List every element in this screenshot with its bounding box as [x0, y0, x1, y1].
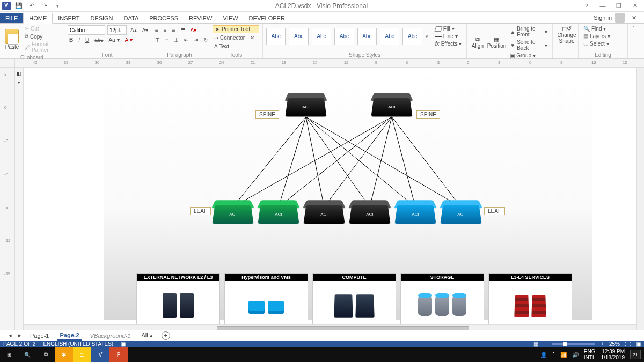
leaf-switch-6[interactable]: ACI — [442, 196, 480, 224]
shrink-font-button[interactable]: A▾ — [141, 27, 150, 34]
qat-save-button[interactable]: 💾 — [14, 1, 24, 11]
pointer-tool-button[interactable]: ➤ Pointer Tool — [213, 25, 259, 33]
tray-expand-button[interactable]: ˄ — [552, 352, 555, 358]
language-indicator[interactable]: ENGINTL — [584, 349, 596, 360]
align-button[interactable]: ⧉ Align — [470, 25, 485, 59]
tab-review[interactable]: REVIEW — [184, 13, 217, 23]
vertical-scrollbar[interactable] — [636, 68, 644, 332]
taskbar-app-1[interactable]: ✱ — [55, 347, 73, 362]
page-tab-1[interactable]: Page-1 — [28, 331, 51, 340]
qat-customize-button[interactable]: ▾ — [53, 1, 62, 11]
shape-style-more-button[interactable]: ▾ — [426, 34, 428, 39]
shape-style-7[interactable]: Abc — [402, 28, 422, 45]
page-tab-background[interactable]: VBackground-1 — [88, 331, 133, 340]
minimize-button[interactable]: — — [597, 1, 609, 11]
leaf-switch-1[interactable]: ACI — [214, 196, 252, 224]
zoom-in-button[interactable]: + — [601, 341, 604, 347]
category-hypervisors[interactable]: Hypervisors and VMs — [224, 273, 308, 331]
paste-button[interactable]: Paste — [3, 25, 21, 54]
bring-front-button[interactable]: ▲ Bring to Front ▾ — [508, 25, 549, 38]
position-button[interactable]: ▦ Position — [487, 25, 507, 59]
tab-nav-left[interactable]: ◂ — [9, 332, 12, 339]
shape-style-3[interactable]: Abc — [312, 28, 331, 45]
category-services[interactable]: L3-L4 SERVICES — [488, 273, 572, 331]
shape-style-4[interactable]: Abc — [334, 28, 354, 45]
tab-design[interactable]: DESIGN — [85, 13, 118, 23]
ribbon-close-button[interactable]: ✕ — [628, 12, 640, 23]
tab-view[interactable]: VIEW — [217, 13, 243, 23]
rotate-text-button[interactable]: ↻ — [202, 36, 209, 43]
signin-link[interactable]: Sign in — [594, 14, 612, 21]
fit-page-button[interactable]: ⛶ — [625, 341, 631, 347]
page-tab-2[interactable]: Page-2 — [57, 331, 81, 341]
change-case-button[interactable]: Aa ▾ — [107, 36, 121, 43]
connector-tool-button[interactable]: ⇢ Connector — [213, 34, 246, 41]
zoom-level[interactable]: 25% — [609, 341, 620, 347]
tab-home[interactable]: HOME — [23, 13, 53, 24]
select-button[interactable]: ▭ Select ▾ — [582, 40, 624, 47]
close-button[interactable]: ✕ — [629, 1, 641, 11]
clock[interactable]: 12:39 PM1/18/2019 — [601, 349, 625, 360]
tool-close-button[interactable]: ✕ — [248, 34, 256, 41]
people-button[interactable]: 👤 — [540, 352, 547, 358]
visio-taskbar-button[interactable]: V — [91, 347, 109, 362]
drawing-canvas[interactable]: AP AP APIC ACI ACI SPINE SPINE ACI — [24, 68, 644, 332]
align-center-button[interactable]: ≡ — [162, 27, 169, 34]
category-storage[interactable]: STORAGE — [400, 273, 484, 331]
copy-button[interactable]: ⧉ Copy — [23, 33, 61, 40]
collapse-ribbon-button[interactable]: ˄ — [632, 26, 635, 31]
tab-nav-right[interactable]: ▸ — [18, 332, 21, 339]
font-color-button[interactable]: A ▾ — [123, 36, 135, 43]
cut-button[interactable]: ✂ Cut — [23, 25, 61, 32]
shapes-panel-toggle[interactable]: ◧ — [17, 71, 21, 76]
leaf-switch-5[interactable]: ACI — [396, 196, 435, 224]
start-button[interactable]: ⊞ — [0, 347, 18, 362]
layers-button[interactable]: ▤ Layers ▾ — [582, 33, 624, 40]
full-screen-button[interactable]: ▣ — [636, 341, 641, 347]
qat-redo-button[interactable]: ↷ — [40, 1, 49, 11]
group-button[interactable]: ▣ Group ▾ — [508, 52, 549, 59]
tab-insert[interactable]: INSERT — [53, 13, 85, 23]
bullets-button[interactable]: ≣ — [179, 27, 187, 34]
shape-style-2[interactable]: Abc — [289, 28, 308, 45]
italic-button[interactable]: I — [77, 36, 82, 43]
leaf-switch-3[interactable]: ACI — [305, 196, 343, 224]
spine-switch-2[interactable]: ACI — [372, 89, 411, 117]
macro-recording-button[interactable]: ▣ — [121, 341, 126, 347]
leaf-switch-4[interactable]: ACI — [350, 196, 389, 224]
tab-developer[interactable]: DEVELOPER — [244, 13, 290, 23]
shape-style-6[interactable]: Abc — [380, 28, 399, 45]
category-external-network[interactable]: EXTERNAL NETWORK L2 / L3 — [136, 273, 220, 331]
file-explorer-button[interactable]: 🗀 — [73, 347, 91, 362]
volume-icon[interactable]: 🔊 — [572, 352, 579, 358]
tab-data[interactable]: DATA — [119, 13, 144, 23]
underline-button[interactable]: U — [84, 36, 91, 43]
format-painter-button[interactable]: 🖌 Format Painter — [23, 41, 61, 54]
qat-undo-button[interactable]: ↶ — [27, 1, 36, 11]
fill-button[interactable]: Fill ▾ — [434, 25, 463, 32]
shape-style-5[interactable]: Abc — [357, 28, 377, 45]
page-tab-all[interactable]: All ▴ — [139, 331, 155, 340]
align-bottom-button[interactable]: ⊥ — [172, 36, 180, 43]
bold-button[interactable]: B — [68, 36, 75, 43]
send-back-button[interactable]: ▼ Send to Back ▾ — [508, 39, 549, 51]
wifi-icon[interactable]: 📶 — [560, 352, 567, 358]
leaf-switch-2[interactable]: ACI — [259, 196, 298, 224]
text-tool-button[interactable]: A Text — [213, 43, 231, 50]
find-button[interactable]: 🔍 Find ▾ — [582, 25, 624, 32]
add-page-button[interactable]: + — [162, 331, 170, 340]
zoom-slider[interactable] — [552, 343, 595, 345]
category-compute[interactable]: COMPUTE — [312, 273, 396, 331]
indent-right-button[interactable]: ⇥ — [192, 36, 200, 43]
presentation-mode-button[interactable]: ▦ — [533, 341, 538, 347]
align-right-button[interactable]: ≡ — [171, 27, 177, 34]
user-avatar-icon[interactable] — [615, 13, 625, 23]
strike-button[interactable]: abc — [93, 36, 105, 43]
status-language[interactable]: ENGLISH (UNITED STATES) — [43, 341, 113, 347]
font-name-select[interactable] — [68, 25, 105, 35]
shapes-expand-button[interactable]: ▸ — [18, 79, 20, 85]
line-button[interactable]: Line ▾ — [434, 33, 463, 40]
change-shape-button[interactable]: ◻↺ Change Shape — [556, 25, 577, 44]
text-color-button[interactable]: A▾ — [189, 27, 199, 34]
align-left-button[interactable]: ≡ — [153, 27, 160, 34]
